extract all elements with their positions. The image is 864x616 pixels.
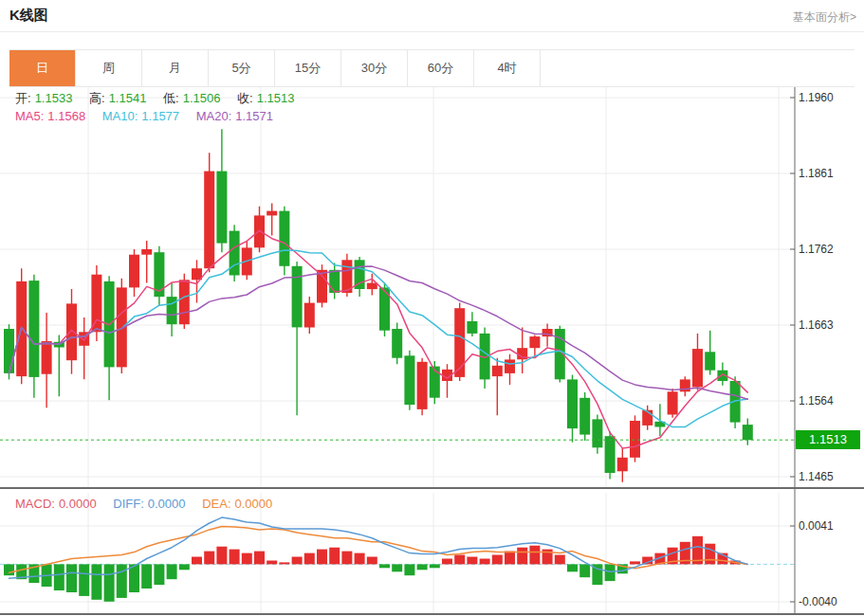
period-tab-bar: 日 周 月 5分 15分 30分 60分 4时: [9, 49, 855, 87]
close-label: 收:: [237, 91, 253, 105]
ohlc-legend: 开:1.1533 高:1.1541 低:1.1506 收:1.1513: [15, 90, 298, 107]
svg-text:1.1663: 1.1663: [799, 318, 834, 332]
tab-4hour[interactable]: 4时: [474, 50, 541, 86]
page-title: K线图: [9, 7, 48, 25]
tab-15min[interactable]: 15分: [275, 50, 341, 86]
dea-value: 0.0000: [235, 497, 273, 511]
tab-60min[interactable]: 60分: [408, 50, 474, 86]
tab-30min[interactable]: 30分: [341, 50, 408, 86]
ma20-label: MA20:: [196, 109, 232, 123]
macd-label: MACD:: [15, 497, 55, 511]
axes: [0, 83, 864, 614]
tab-day[interactable]: 日: [9, 50, 76, 86]
ma5-label: MA5:: [15, 109, 44, 123]
axis-labels: 1.19601.18611.17621.16631.15641.14650.00…: [799, 91, 837, 608]
open-value: 1.1533: [35, 91, 73, 105]
kline-page: { "header": { "title": "K线图", "analysis_…: [0, 0, 864, 616]
svg-text:1.1465: 1.1465: [799, 470, 834, 483]
open-label: 开:: [15, 91, 31, 105]
svg-text:1.1762: 1.1762: [799, 243, 834, 256]
svg-text:1.1564: 1.1564: [799, 394, 834, 408]
svg-text:1.1960: 1.1960: [799, 91, 834, 104]
macd-value: 0.0000: [59, 497, 97, 511]
low-label: 低:: [163, 91, 179, 105]
header: K线图 基本面分析>: [0, 0, 864, 32]
diff-label: DIFF:: [113, 497, 144, 511]
low-value: 1.1506: [183, 91, 221, 105]
tab-week[interactable]: 周: [76, 50, 142, 86]
svg-text:0.0041: 0.0041: [799, 519, 834, 533]
fundamental-analysis-link[interactable]: 基本面分析>: [793, 9, 856, 26]
ma10-label: MA10:: [102, 109, 138, 123]
macd-legend: MACD:0.0000 DIFF:0.0000 DEA:0.0000: [15, 497, 276, 511]
high-label: 高:: [89, 91, 105, 105]
diff-value: 0.0000: [148, 497, 186, 511]
ma5-value: 1.1568: [47, 109, 85, 123]
tab-5min[interactable]: 5分: [209, 50, 275, 86]
high-value: 1.1541: [109, 91, 147, 105]
ma20-value: 1.1571: [235, 109, 273, 123]
ma-legend: MA5:1.1568 MA10:1.1577 MA20:1.1571: [15, 109, 277, 123]
current-price-badge: 1.1513: [796, 430, 860, 449]
close-value: 1.1513: [257, 91, 295, 105]
dea-label: DEA:: [202, 497, 230, 511]
svg-text:-0.0040: -0.0040: [799, 595, 837, 608]
ma10-value: 1.1577: [141, 109, 179, 123]
tab-month[interactable]: 月: [142, 50, 209, 86]
candlesticks: [4, 129, 753, 482]
svg-text:1.1861: 1.1861: [799, 167, 834, 180]
